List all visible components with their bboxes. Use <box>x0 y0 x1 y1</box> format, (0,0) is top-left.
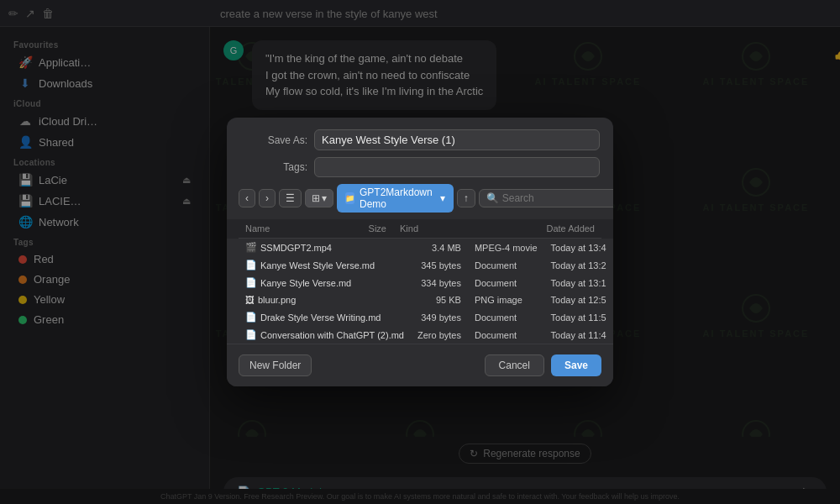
file-date: Today at 13:4 <box>544 239 613 256</box>
file-date: Today at 13:1 <box>544 274 613 291</box>
folder-icon: 📁 <box>345 192 354 204</box>
table-row[interactable]: 📄 Kanye Style Verse.md 334 bytes Documen… <box>239 274 613 291</box>
col-size: Size <box>323 219 393 239</box>
table-row[interactable]: 🎬 SSMDGPT2.mp4 3.4 MB MPEG-4 movie Today… <box>239 239 613 256</box>
forward-button[interactable]: › <box>259 189 276 207</box>
search-box: 🔍 <box>479 189 613 207</box>
tags-label: Tags: <box>240 161 307 173</box>
file-size: 334 bytes <box>411 274 468 291</box>
save-label: Save <box>564 360 588 371</box>
file-table-header: Name Size Kind Date Added <box>227 219 613 239</box>
location-label: GPT2Markdown Demo <box>360 186 435 210</box>
file-name: Kanye West Style Verse.md <box>260 260 375 270</box>
tags-input[interactable] <box>314 157 600 177</box>
file-size: 345 bytes <box>411 256 468 274</box>
file-size: 349 bytes <box>411 308 468 326</box>
cancel-label: Cancel <box>499 360 530 371</box>
table-row[interactable]: 📄 Conversation with ChatGPT (2).md Zero … <box>239 326 613 344</box>
file-kind: PNG image <box>468 291 544 308</box>
grid-view-icon: ⊞ <box>312 192 320 204</box>
new-folder-button[interactable]: New Folder <box>239 354 312 376</box>
grid-view-button[interactable]: ⊞ ▾ <box>305 189 333 207</box>
grid-dropdown-icon: ▾ <box>322 192 327 204</box>
file-icon: 📄 <box>245 277 257 288</box>
file-size: 95 KB <box>411 291 468 308</box>
file-name: SSMDGPT2.mp4 <box>260 243 332 253</box>
col-name: Name <box>239 219 323 239</box>
location-dropdown[interactable]: 📁 GPT2Markdown Demo ▾ <box>337 184 454 213</box>
col-kind: Kind <box>393 219 465 239</box>
file-kind: MPEG-4 movie <box>468 239 544 256</box>
back-button[interactable]: ‹ <box>239 189 255 207</box>
file-date: Today at 12:5 <box>544 291 613 308</box>
file-kind: Document <box>468 256 544 274</box>
dialog-toolbar: ‹ › ☰ ⊞ ▾ 📁 GPT2Markdown Demo ▾ ↑ 🔍 <box>227 177 613 219</box>
table-row[interactable]: 📄 Drake Style Verse Writing.md 349 bytes… <box>239 308 613 326</box>
file-date: Today at 11:5 <box>544 308 613 326</box>
save-dialog: Save As: Tags: ‹ › ☰ ⊞ ▾ 📁 GPT2Markdown … <box>227 118 613 386</box>
file-name: Drake Style Verse Writing.md <box>260 312 381 323</box>
dialog-actions: Cancel Save <box>485 354 601 376</box>
file-icon: 🖼 <box>245 295 255 305</box>
save-button[interactable]: Save <box>551 354 601 376</box>
list-view-icon: ☰ <box>286 192 295 204</box>
file-icon: 📄 <box>245 329 257 340</box>
table-row[interactable]: 🖼 bluur.png 95 KB PNG image Today at 12:… <box>239 291 613 308</box>
file-size: 3.4 MB <box>411 239 468 256</box>
up-icon: ↑ <box>464 192 469 204</box>
file-name: Conversation with ChatGPT (2).md <box>260 330 404 340</box>
dialog-header: Save As: Tags: <box>227 118 613 177</box>
save-as-input[interactable] <box>314 129 600 150</box>
search-icon: 🔍 <box>486 192 499 204</box>
file-name: Kanye Style Verse.md <box>260 278 351 288</box>
file-kind: Document <box>468 274 544 291</box>
forward-icon: › <box>265 192 269 204</box>
file-area: 🎬 SSMDGPT2.mp4 3.4 MB MPEG-4 movie Today… <box>227 239 613 344</box>
file-icon: 📄 <box>245 260 257 270</box>
col-date: Date Added <box>465 219 601 239</box>
file-icon: 🎬 <box>245 242 257 253</box>
search-input[interactable] <box>502 192 613 204</box>
list-view-button[interactable]: ☰ <box>279 189 302 207</box>
file-kind: Document <box>468 308 544 326</box>
file-kind: Document <box>468 326 544 344</box>
file-size: Zero bytes <box>411 326 468 344</box>
file-date: Today at 13:2 <box>544 256 613 274</box>
save-as-label: Save As: <box>240 134 307 146</box>
file-name: bluur.png <box>258 295 296 305</box>
dropdown-arrow-icon: ▾ <box>440 192 445 204</box>
back-icon: ‹ <box>245 192 249 204</box>
table-row[interactable]: 📄 Kanye West Style Verse.md 345 bytes Do… <box>239 256 613 274</box>
cancel-button[interactable]: Cancel <box>485 354 544 376</box>
file-date: Today at 11:4 <box>544 326 613 344</box>
dialog-overlay: Save As: Tags: ‹ › ☰ ⊞ ▾ 📁 GPT2Markdown … <box>0 0 840 504</box>
file-icon: 📄 <box>245 312 257 323</box>
dialog-footer: New Folder Cancel Save <box>227 344 613 386</box>
up-button[interactable]: ↑ <box>457 189 475 207</box>
new-folder-label: New Folder <box>249 360 301 371</box>
